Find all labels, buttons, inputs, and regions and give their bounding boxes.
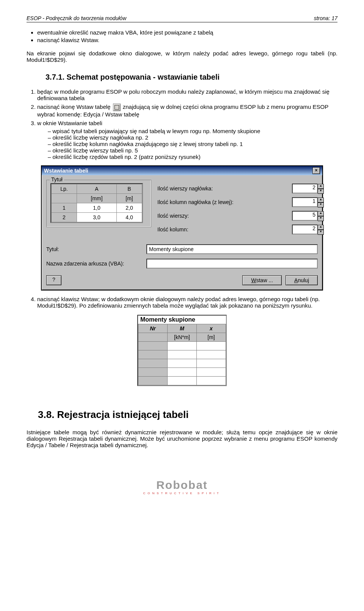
- header-left: ESOP - Podręcznik do tworzenia modułów: [27, 15, 126, 21]
- rt-rowhead: [138, 359, 168, 368]
- rt-h: x: [197, 324, 226, 333]
- rt-rowhead: [138, 377, 168, 385]
- spin-header-rows[interactable]: 2 ▲▼: [292, 184, 318, 193]
- btn-label: nuluj: [298, 277, 309, 283]
- chevron-up-icon[interactable]: ▲: [318, 198, 324, 203]
- chevron-up-icon[interactable]: ▲: [318, 184, 324, 189]
- spin-value: 2: [312, 184, 315, 190]
- table-preview: Lp. A B [mm] [m] 1 1,0 2,0: [50, 183, 143, 223]
- spin-cols[interactable]: 2 ▲▼: [292, 225, 318, 234]
- step3-title: w oknie Wstawianie tabeli: [37, 120, 102, 126]
- label-cols: Ilość kolumn:: [157, 226, 292, 232]
- rt-h: [138, 333, 168, 342]
- step-1: będąc w module programu ESOP w polu robo…: [37, 88, 337, 101]
- rt-rowhead: [138, 350, 168, 359]
- btn-label: staw ...: [256, 277, 273, 283]
- dash-item: określić liczbę wierszy nagłówka np. 2: [48, 134, 337, 141]
- chevron-up-icon[interactable]: ▲: [318, 225, 324, 230]
- preview-h: Lp.: [52, 184, 77, 194]
- input-vba[interactable]: [146, 259, 318, 269]
- preview-cell: 1: [52, 203, 77, 213]
- preview-cell: 4,0: [117, 213, 142, 222]
- result-caption: Momenty skupione: [138, 316, 226, 324]
- input-tytul[interactable]: Momenty skupione: [146, 244, 318, 254]
- result-table-figure: Momenty skupione Nr M x [kN*m] [m]: [137, 315, 227, 386]
- preview-cell: 3,0: [77, 213, 116, 222]
- rt-rowhead: [138, 342, 168, 350]
- chevron-down-icon[interactable]: ▼: [318, 216, 324, 221]
- rt-rowhead: [138, 368, 168, 377]
- insert-table-icon: [113, 104, 121, 111]
- preview-cell: 2: [52, 213, 77, 222]
- logo-name: Robobat: [27, 479, 337, 492]
- close-icon[interactable]: ×: [312, 167, 320, 174]
- logo-sub: CONSTRUCTIVE SPIRIT: [27, 492, 337, 495]
- preview-h: B: [117, 184, 142, 194]
- step-4: nacisnąć klawisz Wstaw; w dodatkowym okn…: [37, 296, 337, 309]
- groupbox-legend: Tytuł: [50, 176, 64, 182]
- dash-item: wpisać tytuł tabeli pojawiający się nad …: [48, 128, 337, 134]
- spin-value: 2: [312, 225, 315, 231]
- heading-371: 3.7.1. Schemat postępowania - wstawianie…: [46, 73, 337, 82]
- label-header-rows: Ilość wierszy nagłówka:: [157, 185, 292, 192]
- header-right: strona: 17: [314, 15, 337, 21]
- heading-38: 3.8. Rejestracja istniejącej tabeli: [38, 409, 337, 421]
- preview-cell: 1,0: [77, 203, 116, 213]
- chevron-down-icon[interactable]: ▼: [318, 230, 324, 235]
- preview-h: [mm]: [77, 194, 116, 203]
- rt-h: [m]: [197, 333, 226, 342]
- spin-rows[interactable]: 5 ▲▼: [292, 211, 318, 221]
- rt-h: Nr: [138, 324, 168, 333]
- dash-item: określić liczbę rzędów tabeli np. 2 (pat…: [48, 154, 337, 160]
- bullet-item: nacisnąć klawisz Wstaw.: [37, 37, 337, 43]
- bullet-item: ewentualnie określić nazwę makra VBA, kt…: [37, 29, 337, 36]
- preview-cell: 2,0: [117, 203, 142, 213]
- rt-h: M: [168, 324, 197, 333]
- chevron-down-icon[interactable]: ▼: [318, 189, 324, 194]
- spin-header-cols[interactable]: 1 ▲▼: [292, 197, 318, 207]
- preview-h: [52, 194, 77, 203]
- preview-h: [m]: [117, 194, 142, 203]
- wstaw-button[interactable]: Wstaw ...: [242, 275, 282, 285]
- label-tytul: Tytuł:: [46, 246, 146, 252]
- spin-value: 5: [312, 212, 315, 218]
- anuluj-button[interactable]: Anuluj: [286, 275, 318, 285]
- paragraph: Na ekranie pojawi się dodatkowe okno dia…: [27, 50, 337, 63]
- dash-item: określić liczbę kolumn nagłówka znajdują…: [48, 141, 337, 147]
- preview-h: A: [77, 184, 116, 194]
- label-vba: Nazwa zdarzenia arkusza (VBA):: [46, 261, 146, 267]
- step2-text-a: nacisnąć ikonę Wstaw tabelę: [37, 104, 112, 110]
- label-rows: Ilość wierszy:: [157, 213, 292, 219]
- step-2: nacisnąć ikonę Wstaw tabelę znajdującą s…: [37, 104, 337, 118]
- paragraph-38: Istniejące tabele mogą być również dynam…: [27, 429, 337, 448]
- spin-value: 1: [312, 198, 315, 204]
- dialog-title: Wstawianie tabeli: [44, 168, 88, 174]
- chevron-up-icon[interactable]: ▲: [318, 211, 324, 216]
- help-button[interactable]: ?: [46, 275, 61, 285]
- footer-logo: Robobat CONSTRUCTIVE SPIRIT: [27, 479, 337, 495]
- dialog-wstawianie-tabeli: Wstawianie tabeli × Tytuł Lp. A B [mm]: [41, 165, 323, 291]
- chevron-down-icon[interactable]: ▼: [318, 203, 324, 207]
- groupbox-tytul: Tytuł Lp. A B [mm] [m]: [46, 180, 151, 227]
- step-3: w oknie Wstawianie tabeli wpisać tytuł t…: [37, 120, 337, 160]
- dash-item: określić liczbę wierszy tabeli np. 5: [48, 147, 337, 154]
- label-header-cols: Ilość kolumn nagłówka (z lewej):: [157, 199, 292, 205]
- rt-h: [kN*m]: [168, 333, 197, 342]
